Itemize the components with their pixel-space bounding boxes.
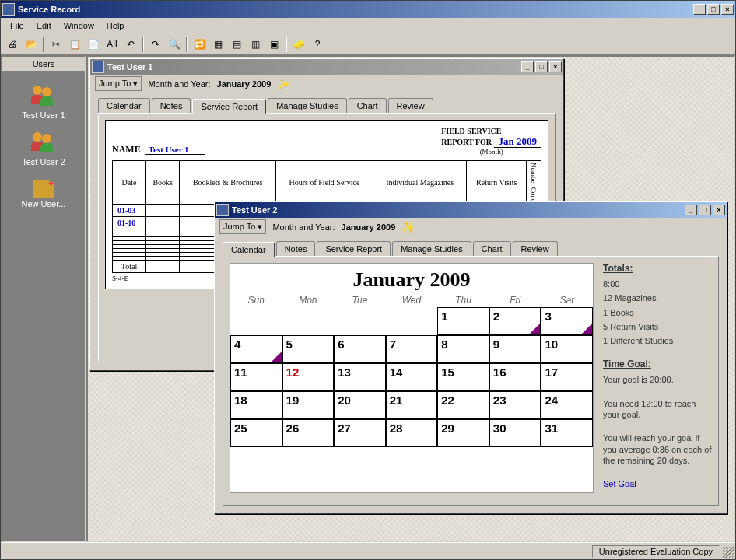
goal-text-3: You will reach your goal if you average … [603, 432, 712, 466]
tab-notes[interactable]: Notes [152, 98, 191, 113]
cascade-icon[interactable]: ▦ [209, 36, 226, 53]
child2-minimize-button[interactable]: _ [685, 205, 697, 215]
tab-manage-studies[interactable]: Manage Studies [268, 98, 347, 113]
arrange-icon[interactable]: ▣ [265, 36, 282, 53]
child2-maximize-button[interactable]: □ [699, 205, 711, 215]
close-button[interactable]: × [721, 4, 734, 15]
wand-icon[interactable]: ✨ [401, 221, 415, 233]
wand-icon[interactable]: ✨ [277, 78, 290, 90]
calendar-day[interactable]: 12 [282, 363, 335, 391]
calendar-day[interactable]: 1 [437, 307, 489, 335]
sidebar-user-1[interactable]: Test User 2 [2, 126, 85, 173]
calendar-dow: Thu [437, 293, 489, 307]
tab-service-report[interactable]: Service Report [192, 99, 266, 114]
calendar-day[interactable]: 7 [386, 335, 438, 363]
maximize-button[interactable]: □ [707, 4, 720, 15]
tile-v-icon[interactable]: ▥ [247, 36, 264, 53]
sidebar-item-label: New User... [22, 199, 66, 208]
child1-minimize-button[interactable]: _ [521, 61, 534, 72]
paste-icon[interactable]: 📄 [85, 36, 102, 53]
child2-close-button[interactable]: × [713, 205, 725, 215]
menu-file[interactable]: File [4, 19, 30, 32]
calendar-day[interactable]: 24 [541, 391, 593, 419]
set-goal-link[interactable]: Set Goal [603, 478, 712, 489]
calendar-day[interactable]: 8 [437, 335, 489, 363]
calendar-day[interactable]: 28 [386, 419, 438, 447]
time-goal-heading: Time Goal: [603, 359, 712, 369]
print-icon[interactable]: 🖨 [4, 36, 21, 53]
menubar: File Edit Window Help [1, 18, 735, 33]
tab-calendar[interactable]: Calendar [98, 98, 150, 113]
calendar-day[interactable]: 5 [282, 335, 335, 363]
menu-window[interactable]: Window [58, 19, 100, 32]
calendar-day[interactable]: 31 [541, 419, 593, 447]
calendar-day[interactable]: 17 [541, 363, 593, 391]
report-name-value: Test User 1 [145, 145, 205, 155]
totals-heading: Totals: [603, 263, 712, 274]
cut-icon[interactable]: ✂ [47, 36, 65, 53]
all-icon[interactable]: All [103, 36, 121, 53]
calendar-day[interactable]: 26 [282, 419, 335, 447]
calendar-day[interactable]: 22 [437, 391, 489, 419]
sidebar-user-0[interactable]: Test User 1 [2, 79, 85, 126]
tab-review[interactable]: Review [388, 98, 433, 113]
tab-notes[interactable]: Notes [276, 241, 316, 256]
menu-edit[interactable]: Edit [30, 19, 58, 32]
child1-close-button[interactable]: × [549, 61, 562, 72]
child1-maximize-button[interactable]: □ [535, 61, 548, 72]
copy-icon[interactable]: 📋 [66, 36, 83, 53]
redo-icon[interactable]: ↷ [147, 36, 164, 53]
report-footer-left: S-4-E [112, 275, 128, 282]
calendar-day[interactable]: 30 [489, 419, 541, 447]
calendar-day[interactable]: 14 [386, 363, 438, 391]
calendar-day[interactable]: 21 [386, 391, 438, 419]
help-icon[interactable]: ? [309, 36, 326, 53]
calendar-dow: Wed [386, 293, 438, 307]
report-name-label: NAME [112, 144, 141, 156]
eraser-icon[interactable]: 🧽 [290, 36, 307, 53]
child-window-icon [216, 204, 229, 216]
calendar-day[interactable]: 20 [334, 391, 386, 419]
calendar-day[interactable]: 13 [334, 363, 386, 391]
minimize-button[interactable]: _ [693, 4, 706, 15]
totals-line: 12 Magazines [603, 292, 712, 303]
month-year-label: Month and Year: [148, 79, 210, 89]
calendar-day[interactable]: 15 [437, 363, 489, 391]
calendar-day[interactable]: 29 [437, 419, 489, 447]
replace-icon[interactable]: 🔁 [191, 36, 208, 53]
tab-review[interactable]: Review [513, 241, 558, 256]
find-icon[interactable]: 🔍 [166, 36, 183, 53]
calendar-day[interactable]: 10 [541, 335, 593, 363]
tab-manage-studies[interactable]: Manage Studies [392, 241, 471, 256]
calendar-day[interactable]: 2 [489, 307, 541, 335]
resize-grip-icon[interactable] [723, 547, 734, 558]
calendar-day[interactable]: 9 [489, 335, 541, 363]
child2-titlebar[interactable]: Test User 2 _ □ × [215, 202, 727, 218]
undo-icon[interactable]: ↶ [122, 36, 139, 53]
calendar-day[interactable]: 6 [334, 335, 386, 363]
calendar-day[interactable]: 16 [489, 363, 541, 391]
calendar-day[interactable]: 18 [230, 391, 282, 419]
calendar-day[interactable]: 25 [230, 419, 282, 447]
tab-calendar[interactable]: Calendar [223, 242, 275, 257]
calendar-day[interactable]: 3 [541, 307, 593, 335]
tab-chart[interactable]: Chart [349, 98, 387, 113]
child2-tabs: CalendarNotesService ReportManage Studie… [215, 236, 727, 256]
calendar-day[interactable]: 11 [230, 363, 282, 391]
totals-line: 5 Return Visits [603, 321, 712, 332]
tab-service-report[interactable]: Service Report [317, 241, 391, 256]
menu-help[interactable]: Help [100, 19, 131, 32]
totals-line: 1 Different Studies [603, 335, 712, 346]
calendar-day[interactable]: 4 [230, 335, 282, 363]
tab-chart[interactable]: Chart [473, 241, 511, 256]
child1-titlebar[interactable]: Test User 1 _ □ × [90, 59, 563, 75]
open-icon[interactable]: 📂 [23, 36, 40, 53]
jump-to-button[interactable]: Jump To ▾ [219, 219, 266, 234]
calendar-day[interactable]: 27 [334, 419, 386, 447]
jump-to-button[interactable]: Jump To ▾ [95, 76, 142, 91]
tile-h-icon[interactable]: ▤ [228, 36, 245, 53]
sidebar-new-user[interactable]: ✦New User... [2, 173, 85, 215]
calendar-day[interactable]: 19 [282, 391, 335, 419]
calendar-dow: Tue [334, 293, 386, 307]
calendar-day[interactable]: 23 [489, 391, 541, 419]
